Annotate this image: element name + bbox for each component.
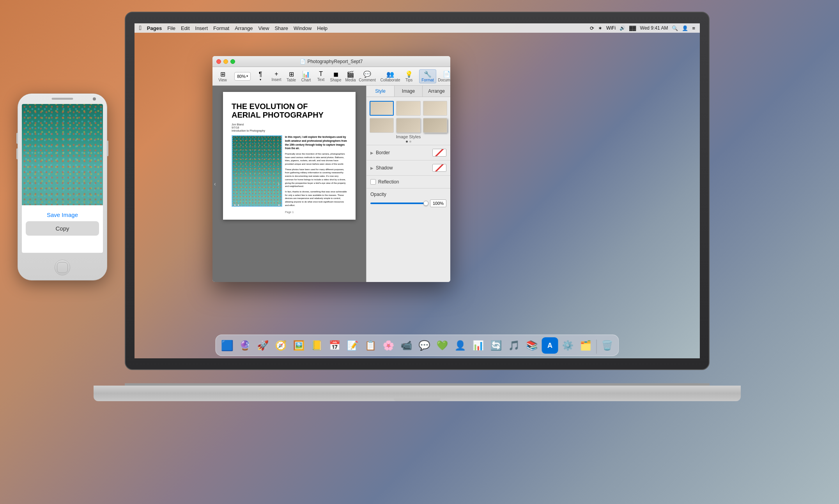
image-style-5[interactable] — [396, 118, 420, 133]
dock-folder[interactable]: 🗂️ — [578, 337, 594, 354]
dock-wechat[interactable]: 💚 — [434, 337, 451, 354]
reflection-checkbox[interactable] — [370, 179, 376, 185]
comment-btn[interactable]: 💬 Comment — [358, 70, 376, 83]
text-btn[interactable]: T Text — [314, 70, 328, 83]
dock-migration[interactable]: 🔄 — [488, 337, 504, 354]
menu-help[interactable]: Help — [317, 25, 327, 31]
image-style-3[interactable] — [423, 101, 447, 116]
image-style-1[interactable] — [370, 101, 394, 116]
wifi-icon[interactable]: ⟳ — [590, 25, 594, 31]
menu-share[interactable]: Share — [274, 25, 288, 31]
volume-down-btn[interactable] — [16, 148, 18, 159]
dock-stickies[interactable]: 📝 — [345, 337, 361, 354]
table-btn[interactable]: ⊞ Table — [284, 70, 298, 83]
dock-messages[interactable]: 💬 — [416, 337, 433, 354]
insert-btn[interactable]: + Insert — [269, 70, 283, 83]
menubar-right: ⟳ ✶ WiFi 🔊 ▓▓ Wed 9:41 AM 🔍 👤 ≡ — [590, 25, 695, 31]
border-arrow[interactable]: ▶ — [370, 151, 373, 155]
dock-launchpad[interactable]: 🚀 — [255, 337, 271, 354]
opacity-thumb[interactable] — [423, 201, 428, 206]
close-button[interactable] — [216, 59, 221, 64]
window-title-text: PhotographyReport_Sept7 — [307, 59, 363, 64]
tab-style[interactable]: Style — [366, 86, 395, 97]
dock-safari[interactable]: 🧭 — [273, 337, 289, 354]
doc-text: In this report, I will explore the techn… — [285, 135, 347, 207]
battery-icon[interactable]: ▓▓ — [629, 25, 636, 31]
bluetooth-icon[interactable]: ✶ — [598, 25, 602, 31]
volume-icon[interactable]: 🔊 — [620, 25, 625, 31]
iphone-aerial-image — [22, 104, 103, 205]
image-style-2[interactable] — [396, 101, 420, 116]
format-btn[interactable]: 🔧 Format — [419, 69, 436, 83]
copy-btn[interactable]: Copy — [26, 221, 99, 236]
macbook:  Pages File Edit Insert Format Arrange … — [125, 12, 710, 401]
dock-calendar[interactable]: 📅 — [327, 337, 343, 354]
menu-pages[interactable]: Pages — [147, 25, 162, 31]
dock-appstore[interactable]: A — [542, 337, 558, 354]
document-btn[interactable]: 📄 Document — [437, 70, 450, 83]
scroll-right-icon[interactable]: › — [278, 181, 280, 187]
dock-system-prefs[interactable]: ⚙️ — [560, 337, 576, 354]
dock-reminders[interactable]: 📋 — [363, 337, 379, 354]
image-style-4[interactable] — [370, 118, 394, 133]
power-btn[interactable] — [107, 141, 108, 156]
dock-ibooks[interactable]: 📚 — [524, 337, 540, 354]
aerial-photo[interactable] — [232, 135, 282, 207]
dot-2[interactable] — [409, 141, 411, 143]
zoom-dropdown[interactable]: 80% ▾ — [234, 72, 251, 81]
border-color-swatch[interactable] — [432, 149, 446, 157]
menu-file[interactable]: File — [167, 25, 175, 31]
opacity-value-input[interactable]: 100% — [430, 199, 446, 207]
save-image-btn[interactable]: Save Image — [26, 208, 99, 221]
shadow-arrow[interactable]: ▶ — [370, 166, 373, 170]
shadow-color-swatch[interactable] — [432, 164, 446, 172]
desktop: 📄 PhotographyReport_Sept7 ⊞ View 80% — [135, 33, 700, 358]
menu-edit[interactable]: Edit — [181, 25, 189, 31]
opacity-label: Opacity — [370, 192, 446, 197]
tab-arrange[interactable]: Arrange — [423, 86, 450, 97]
menu-format[interactable]: Format — [213, 25, 229, 31]
apple-menu[interactable]:  — [139, 25, 142, 32]
collaborate-btn[interactable]: 👥 Collaborate — [379, 70, 401, 83]
view-dropdown[interactable]: ⊞ View — [215, 70, 230, 83]
wifi-status-icon[interactable]: WiFi — [606, 25, 616, 31]
tab-image[interactable]: Image — [395, 86, 423, 97]
image-style-6[interactable] — [423, 118, 447, 133]
traffic-lights — [216, 59, 235, 64]
dock-numbers[interactable]: 📊 — [470, 337, 487, 354]
body-text-3: In fact, thanks to drones, something tha… — [285, 190, 347, 207]
media-btn[interactable]: 🎬 Media — [343, 70, 358, 83]
spotlight-icon[interactable]: 🔍 — [672, 25, 678, 31]
control-center-icon[interactable]: ≡ — [692, 25, 695, 31]
dock-itunes[interactable]: 🎵 — [506, 337, 522, 354]
menu-view[interactable]: View — [258, 25, 269, 31]
chart-btn[interactable]: 📊 Chart — [299, 70, 313, 83]
menu-insert[interactable]: Insert — [195, 25, 208, 31]
format-label: Format — [421, 78, 434, 82]
dock-photos2[interactable]: 🌸 — [381, 337, 397, 354]
scroll-left-icon[interactable]: ‹ — [214, 181, 216, 187]
pages-icon-small: 📄 — [300, 59, 306, 64]
tips-btn[interactable]: 💡 Tips — [402, 70, 416, 83]
paragraph-dropdown[interactable]: ¶ ▾ — [255, 70, 266, 82]
dot-1[interactable] — [406, 141, 408, 143]
styles-pagination — [370, 141, 447, 143]
volume-up-btn[interactable] — [16, 133, 18, 144]
window-title: 📄 PhotographyReport_Sept7 — [300, 59, 363, 64]
maximize-button[interactable] — [230, 59, 235, 64]
minimize-button[interactable] — [223, 59, 228, 64]
iphone-home-button[interactable] — [55, 260, 70, 275]
shape-btn[interactable]: ◼ Shape — [329, 70, 343, 83]
opacity-slider[interactable] — [370, 203, 428, 204]
dock-photos-app[interactable]: 🖼️ — [291, 337, 307, 354]
menu-window[interactable]: Window — [294, 25, 312, 31]
dock-notes[interactable]: 📒 — [309, 337, 325, 354]
dock-finder[interactable]: 🟦 — [219, 337, 235, 354]
dock-contacts[interactable]: 👤 — [452, 337, 469, 354]
media-label: Media — [345, 78, 356, 82]
user-icon[interactable]: 👤 — [682, 25, 688, 31]
menu-arrange[interactable]: Arrange — [235, 25, 253, 31]
dock-siri[interactable]: 🔮 — [237, 337, 253, 354]
dock-facetime[interactable]: 📹 — [398, 337, 415, 354]
dock-trash[interactable]: 🗑️ — [599, 337, 616, 354]
